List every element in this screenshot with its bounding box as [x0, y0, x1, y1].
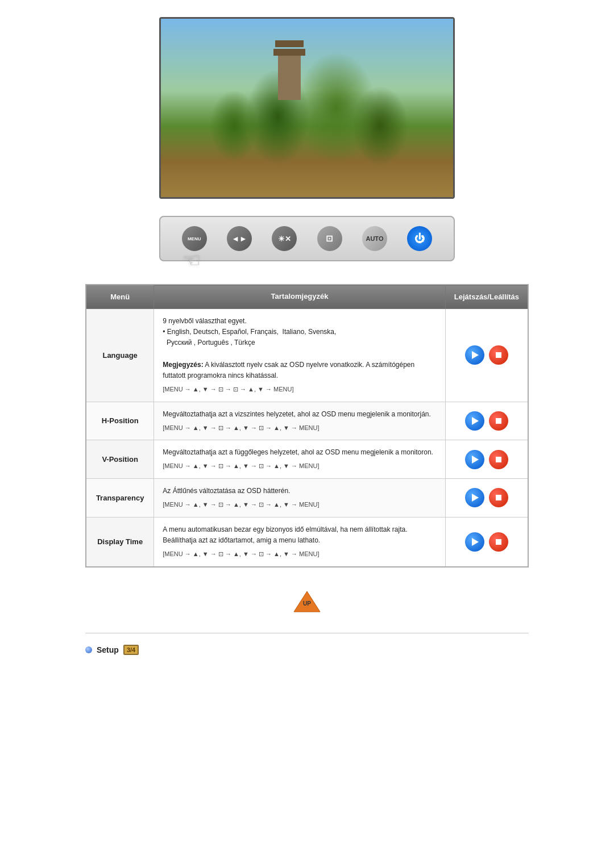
menu-button[interactable]: MENU [182, 226, 207, 251]
setup-footer: Setup 3/4 [85, 642, 529, 658]
displaytime-play-stop [454, 532, 519, 552]
setup-label: Setup [97, 645, 119, 654]
hposition-action [445, 402, 528, 440]
section-divider [85, 633, 529, 633]
menu-item-language: Language [86, 308, 154, 402]
stop-square-icon [496, 539, 501, 545]
transparency-play-button[interactable] [465, 488, 484, 507]
menu-item-displaytime: Display Time [86, 517, 154, 566]
control-buttons-bar: MENU ◄► ☀✕ ⊡ AUTO ⏻ ☞ [159, 216, 455, 261]
displaytime-play-button[interactable] [465, 532, 484, 552]
header-content: Tartalomjegyzék [154, 285, 446, 308]
power-button[interactable]: ⏻ [407, 226, 432, 251]
brightness-button[interactable]: ☀✕ [272, 226, 297, 251]
language-play-stop [454, 345, 519, 365]
vposition-action [445, 440, 528, 479]
language-play-button[interactable] [465, 345, 484, 365]
vposition-play-button[interactable] [465, 450, 484, 469]
stop-square-icon [496, 418, 501, 424]
setup-page-icon: 3/4 [123, 645, 139, 655]
language-action [445, 308, 528, 402]
vposition-stop-button[interactable] [489, 450, 508, 469]
menu-item-vposition: V-Position [86, 440, 154, 479]
transparency-action [445, 479, 528, 518]
up-label: UP [303, 600, 311, 607]
arrow-button[interactable]: ◄► [227, 226, 252, 251]
table-row: Display Time A menu automatikusan bezar … [86, 517, 528, 566]
menu-item-hposition: H-Position [86, 402, 154, 440]
displaytime-action [445, 517, 528, 566]
stop-square-icon [496, 495, 501, 500]
transparency-stop-button[interactable] [489, 488, 508, 507]
auto-button[interactable]: AUTO [362, 226, 387, 251]
transparency-content: Az Áttlűnés változtatása az OSD hátterén… [154, 479, 446, 518]
play-triangle-icon [472, 494, 479, 502]
language-content: 9 nyelvből választhat egyet. • English, … [154, 308, 446, 402]
header-action: Lejátszás/Leállítás [445, 285, 528, 308]
up-icon-wrapper: UP [293, 590, 321, 613]
displaytime-content: A menu automatikusan bezar egy bizonyos … [154, 517, 446, 566]
hposition-stop-button[interactable] [489, 411, 508, 431]
table-row: Transparency Az Áttlűnés változtatása az… [86, 479, 528, 518]
input-button[interactable]: ⊡ [317, 226, 342, 251]
hposition-play-button[interactable] [465, 411, 484, 431]
menu-table: Menü Tartalomjegyzék Lejátszás/Leállítás… [85, 284, 529, 567]
hand-pointer-icon: ☞ [183, 248, 201, 272]
play-triangle-icon [472, 417, 479, 425]
play-triangle-icon [472, 351, 479, 359]
displaytime-stop-button[interactable] [489, 532, 508, 552]
header-menu: Menü [86, 285, 154, 308]
vposition-play-stop [454, 450, 519, 469]
language-stop-button[interactable] [489, 345, 508, 365]
hposition-content: Megváltoztathatja azt a vizszintes helyz… [154, 402, 446, 440]
stop-square-icon [496, 352, 501, 358]
pagoda-decoration [278, 55, 301, 100]
up-arrow-container: UP [293, 590, 321, 613]
table-row: V-Position Megváltoztathatja azt a függő… [86, 440, 528, 479]
play-triangle-icon [472, 538, 479, 546]
vposition-content: Megváltoztathatja azt a függőleges helyz… [154, 440, 446, 479]
menu-item-transparency: Transparency [86, 479, 154, 518]
transparency-play-stop [454, 488, 519, 507]
stop-square-icon [496, 457, 501, 462]
table-row: Language 9 nyelvből választhat egyet. • … [86, 308, 528, 402]
setup-dot-icon [85, 646, 92, 653]
hposition-play-stop [454, 411, 519, 431]
monitor-display [159, 17, 455, 199]
garden-background [161, 19, 453, 197]
table-row: H-Position Megváltoztathatja azt a vizsz… [86, 402, 528, 440]
play-triangle-icon [472, 456, 479, 464]
